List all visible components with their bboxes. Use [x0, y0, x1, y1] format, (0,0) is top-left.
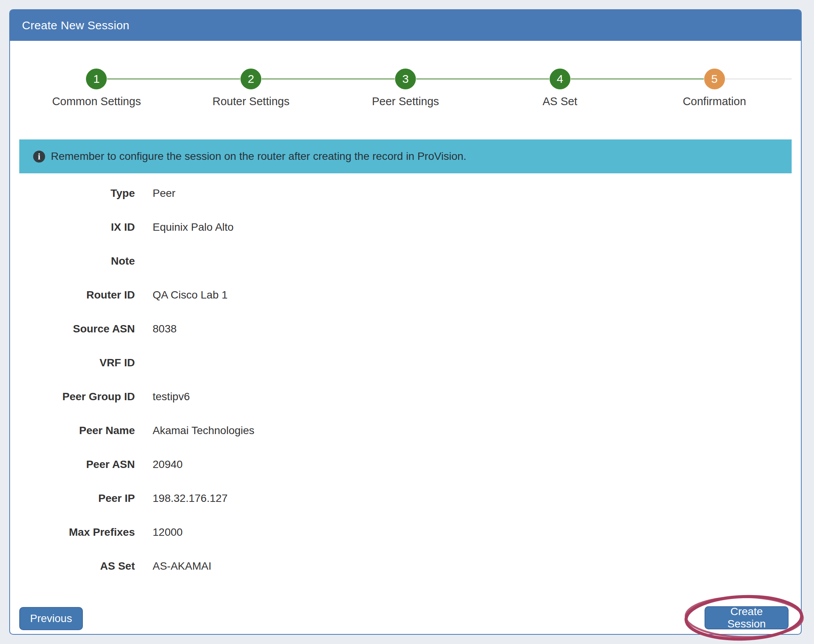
field-value: Akamai Technologies — [153, 424, 254, 437]
field-label: IX ID — [19, 221, 135, 233]
page-title: Create New Session — [22, 19, 130, 32]
info-banner-text: Remember to configure the session on the… — [51, 150, 466, 163]
field-label: Peer ASN — [19, 458, 135, 471]
field-row-peer-name: Peer Name Akamai Technologies — [19, 414, 792, 448]
field-value: AS-AKAMAI — [153, 560, 211, 572]
field-value: 8038 — [153, 323, 177, 335]
info-circle-icon: i — [33, 151, 45, 163]
field-value: Equinix Palo Alto — [153, 221, 234, 233]
wizard-footer: Previous Create Session — [19, 605, 789, 630]
field-label: Note — [19, 255, 135, 267]
panel-body: 1 Common Settings 2 Router Settings 3 Pe… — [10, 41, 801, 634]
field-value: QA Cisco Lab 1 — [153, 289, 228, 301]
field-row-as-set: AS Set AS-AKAMAI — [19, 549, 792, 583]
field-label: Peer Name — [19, 424, 135, 437]
field-row-note: Note — [19, 244, 792, 278]
field-row-source-asn: Source ASN 8038 — [19, 312, 792, 346]
field-label: Max Prefixes — [19, 526, 135, 538]
step-peer-settings[interactable]: 3 Peer Settings — [328, 69, 483, 108]
wizard-stepper: 1 Common Settings 2 Router Settings 3 Pe… — [19, 41, 792, 108]
step-circle-3: 3 — [395, 69, 416, 89]
step-as-set[interactable]: 4 AS Set — [483, 69, 637, 108]
field-label: Peer IP — [19, 492, 135, 505]
page: { "window": { "title": "Create New Sessi… — [0, 0, 814, 644]
step-label-4: AS Set — [483, 95, 637, 108]
create-session-panel: Create New Session 1 Common Settings 2 R… — [9, 9, 802, 635]
field-value: 20940 — [153, 458, 183, 471]
field-row-peer-group-id: Peer Group ID testipv6 — [19, 380, 792, 414]
step-label-1: Common Settings — [19, 95, 174, 108]
previous-button[interactable]: Previous — [19, 607, 83, 630]
field-row-peer-ip: Peer IP 198.32.176.127 — [19, 481, 792, 515]
info-banner: i Remember to configure the session on t… — [19, 139, 792, 173]
stepper-steps: 1 Common Settings 2 Router Settings 3 Pe… — [19, 69, 792, 108]
field-value: 12000 — [153, 526, 183, 538]
step-circle-2: 2 — [240, 69, 261, 89]
field-label: Type — [19, 187, 135, 200]
field-value: testipv6 — [153, 391, 190, 403]
field-row-router-id: Router ID QA Cisco Lab 1 — [19, 278, 792, 312]
field-row-max-prefixes: Max Prefixes 12000 — [19, 515, 792, 549]
create-session-button[interactable]: Create Session — [705, 606, 789, 629]
step-label-2: Router Settings — [174, 95, 328, 108]
step-common-settings[interactable]: 1 Common Settings — [19, 69, 174, 108]
field-row-ix-id: IX ID Equinix Palo Alto — [19, 210, 792, 244]
step-circle-5: 5 — [704, 69, 725, 89]
confirmation-summary: Type Peer IX ID Equinix Palo Alto Note R… — [19, 176, 792, 583]
field-label: Peer Group ID — [19, 391, 135, 403]
field-value: 198.32.176.127 — [153, 492, 228, 505]
field-label: AS Set — [19, 560, 135, 572]
step-circle-4: 4 — [550, 69, 570, 89]
step-router-settings[interactable]: 2 Router Settings — [174, 69, 328, 108]
field-label: Source ASN — [19, 323, 135, 335]
step-label-5: Confirmation — [637, 95, 792, 108]
field-row-peer-asn: Peer ASN 20940 — [19, 448, 792, 481]
field-label: VRF ID — [19, 357, 135, 369]
step-confirmation[interactable]: 5 Confirmation — [637, 69, 792, 108]
field-value: Peer — [153, 187, 175, 200]
panel-header: Create New Session — [10, 10, 801, 41]
step-label-3: Peer Settings — [328, 95, 483, 108]
step-circle-1: 1 — [86, 69, 107, 89]
field-row-type: Type Peer — [19, 176, 792, 210]
field-label: Router ID — [19, 289, 135, 301]
field-row-vrf-id: VRF ID — [19, 346, 792, 380]
